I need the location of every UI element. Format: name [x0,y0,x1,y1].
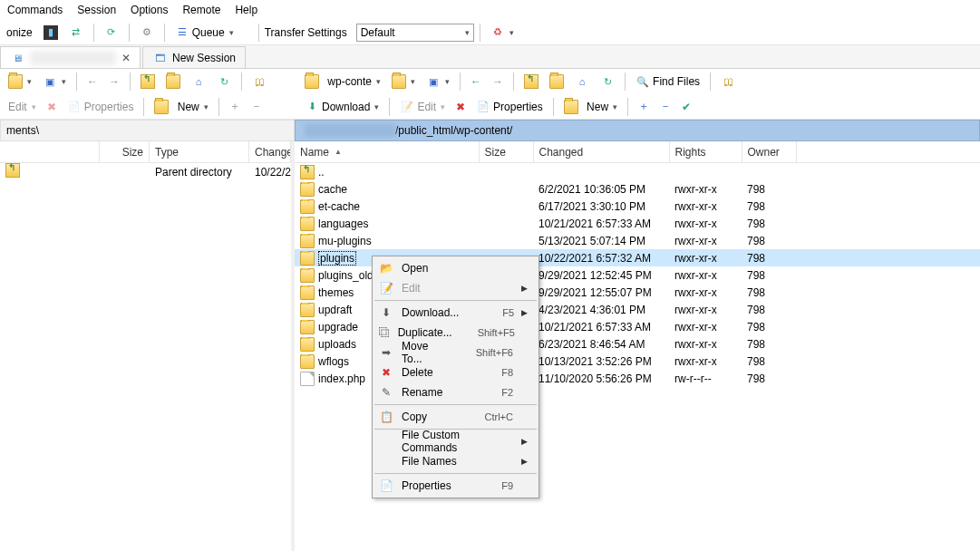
queue-button[interactable]: ☰Queue [170,23,238,43]
local-row[interactable]: Parent directory10/22/2021 10:28 [0,163,291,180]
remote-refresh-icon[interactable]: ↻ [596,72,619,92]
local-edit-button[interactable]: Edit [4,98,41,116]
menu-help[interactable]: Help [228,2,265,18]
local-home-icon[interactable]: ⌂ [187,72,210,92]
ctx-icon: 📄 [378,479,394,492]
ctx-file-custom-commands[interactable]: File Custom Commands▶ [374,431,537,451]
remote-plus-icon[interactable]: ＋ [634,96,654,117]
local-refresh-icon[interactable]: ↻ [212,72,236,92]
download-button[interactable]: ⬇Download [300,97,383,117]
menu-remote[interactable]: Remote [175,2,228,18]
settings-icon[interactable]: ⚙ [135,23,159,43]
find-files-button[interactable]: 🔍Find Files [631,72,704,92]
local-header-size[interactable]: Size [100,141,150,162]
transfer-settings-combo[interactable]: Default [356,24,474,42]
remote-edit-button[interactable]: 📝Edit [395,97,450,117]
remote-row[interactable]: .. [295,163,980,180]
remote-forward-icon[interactable]: → [488,72,508,91]
file-icon [300,372,315,386]
remote-header-rights[interactable]: Rights [670,141,742,162]
terminal-icon[interactable]: ▮ [39,23,63,43]
local-new-button[interactable]: New [150,97,212,117]
remote-minus-icon[interactable]: － [655,96,675,117]
local-drive-combo[interactable] [4,72,36,92]
ctx-properties[interactable]: 📄PropertiesF9 [374,476,537,496]
remote-bookmark-icon[interactable]: 🕮 [716,72,740,92]
remote-header-name[interactable]: Name▲ [295,141,480,162]
ctx-icon: ➡ [378,346,394,359]
local-back-icon[interactable]: ← [82,72,102,91]
submenu-arrow-icon: ▶ [521,284,528,293]
session-title-blurred [30,51,116,65]
ctx-delete[interactable]: ✖DeleteF8 [374,362,537,382]
remote-header-changed[interactable]: Changed [534,141,670,162]
folder-icon [300,268,315,283]
ctx-download-[interactable]: ⬇Download...F5▶ [374,303,537,323]
remote-check-icon[interactable]: ✔ [677,98,695,116]
local-header-type[interactable]: Type [150,141,249,162]
remote-properties-button[interactable]: 📄Properties [471,97,548,117]
local-properties-button[interactable]: 📄Properties [63,97,139,117]
ctx-move-to-[interactable]: ➡Move To...Shift+F6 [374,343,537,362]
remote-open-button[interactable] [387,72,420,92]
menu-options[interactable]: Options [123,2,175,18]
local-bookmark-icon[interactable]: 🕮 [247,72,271,92]
folder-icon [8,74,23,89]
local-minus-icon[interactable]: － [247,96,267,117]
folder-icon [300,234,315,248]
synchronize-button[interactable]: onize [2,24,37,42]
ctx-rename[interactable]: ✎RenameF2 [374,382,537,402]
local-file-list[interactable]: Parent directory10/22/2021 10:28 [0,163,291,180]
local-forward-icon[interactable]: → [104,72,124,91]
ctx-duplicate-[interactable]: ⿻Duplicate...Shift+F5 [374,323,537,343]
compare-icon[interactable]: ⇄ [64,23,88,43]
remote-new-button[interactable]: New [559,97,622,117]
remote-delete-icon[interactable]: ✖ [451,98,470,116]
ctx-copy[interactable]: 📋CopyCtrl+C [374,407,537,427]
remote-header-owner[interactable]: Owner [742,141,797,162]
local-header-name[interactable] [0,141,100,162]
main-toolbar: onize ▮ ⇄ ⟳ ⚙ ☰Queue Transfer Settings D… [0,20,980,45]
folder-icon [300,217,315,231]
ctx-open[interactable]: 📂Open [374,258,537,278]
remote-row[interactable]: cache6/2/2021 10:36:05 PMrwxr-xr-x798 [295,180,980,198]
local-path-bar[interactable]: ments\ [0,120,295,141]
transfer-preset-icon[interactable]: ♻ [486,23,519,43]
remote-back-icon[interactable]: ← [466,72,486,91]
parent-dir-icon [300,165,315,179]
remote-up-icon[interactable] [519,72,543,92]
ctx-file-names[interactable]: File Names▶ [374,451,537,471]
close-tab-icon[interactable]: ✕ [121,52,131,64]
local-plus-icon[interactable]: ＋ [225,96,245,117]
folder-icon [300,199,315,214]
remote-row[interactable]: mu-plugins5/13/2021 5:07:14 PMrwxr-xr-x7… [295,232,980,249]
remote-root-icon[interactable] [545,72,568,92]
local-delete-icon[interactable]: ✖ [43,98,61,116]
active-session-tab[interactable]: 🖥 ✕ [0,46,141,68]
remote-header-row[interactable]: Name▲ Size Changed Rights Owner [295,141,980,163]
ctx-icon: 📝 [378,282,394,295]
local-header-changed[interactable]: Changed [249,141,291,162]
new-session-tab[interactable]: 🗔 New Session [142,46,246,68]
remote-filter-button[interactable]: ▣ [422,72,454,92]
remote-row[interactable]: et-cache6/17/2021 3:30:10 PMrwxr-xr-x798 [295,198,980,215]
remote-home-icon[interactable]: ⌂ [570,72,594,92]
sync-browse-icon[interactable]: ⟳ [100,23,123,43]
transfer-settings-label: Transfer Settings [265,26,347,39]
remote-header-size[interactable]: Size [480,141,534,162]
ctx-icon: ✎ [378,386,394,399]
local-up-icon[interactable] [136,72,160,92]
menu-session[interactable]: Session [70,2,123,18]
local-root-icon[interactable] [161,72,185,92]
menu-commands[interactable]: Commands [0,2,70,18]
remote-path-bar[interactable]: /public_html/wp-content/ [295,120,980,141]
remote-row[interactable]: languages10/21/2021 6:57:33 AMrwxr-xr-x7… [295,215,980,232]
folder-icon [300,285,315,300]
remote-dir-combo[interactable]: wp-conte [300,72,385,92]
folder-icon [300,251,315,266]
sort-asc-icon: ▲ [335,148,342,156]
local-filter-button[interactable]: ▣ [38,72,71,92]
folder-icon [300,354,315,369]
local-header-row[interactable]: Size Type Changed [0,141,291,163]
ctx-edit: 📝Edit▶ [374,278,537,298]
